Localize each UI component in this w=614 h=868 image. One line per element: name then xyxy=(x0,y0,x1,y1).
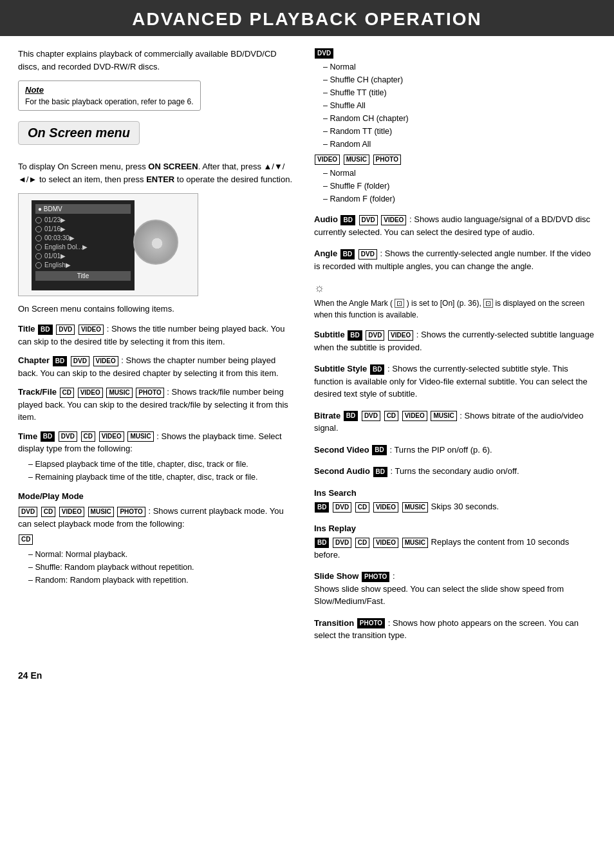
badge-dvd-chapter: DVD xyxy=(71,356,89,366)
badge-music-ins-search: MUSIC xyxy=(402,502,428,513)
vmp-sub-normal: Normal xyxy=(323,167,596,180)
right-column: DVD Normal Shuffle CH (chapter) Shuffle … xyxy=(308,48,596,651)
badge-dvd-time: DVD xyxy=(59,431,77,442)
item-mode: Mode/Play Mode DVD CD VIDEO MUSIC PHOTO … xyxy=(18,490,295,587)
badge-dvd-bitrate: DVD xyxy=(362,411,380,421)
slideshow-colon: : xyxy=(393,571,395,581)
second-audio-label: Second Audio xyxy=(314,466,373,476)
section-description: To display On Screen menu, press ON SCRE… xyxy=(18,160,295,185)
cd-sub-3: Random: Random playback with repetition. xyxy=(28,574,295,587)
onscreen-menu: ● BDMV 01/23▶ 01/16▶ 00:03:30▶ xyxy=(32,200,135,290)
badge-bd-subtitle: BD xyxy=(348,330,362,341)
note-symbol: ☼ xyxy=(314,281,596,295)
menu-row-angle: 01/01▶ xyxy=(35,252,131,259)
dvd-sub-randomch: Random CH (chapter) xyxy=(323,112,596,125)
vmp-sub-random: Random F (folder) xyxy=(323,193,596,205)
mode-heading: Mode/Play Mode xyxy=(18,490,295,503)
item-audio: Audio BD DVD VIDEO : Shows audio languag… xyxy=(314,213,596,238)
cd-sub-1: Normal: Normal playback. xyxy=(28,548,295,561)
note-box: Note For the basic playback operation, r… xyxy=(18,80,201,111)
slideshow-desc: Shows slide show speed. You can select t… xyxy=(314,584,564,607)
menu-row-chapter: 01/16▶ xyxy=(35,225,131,232)
chapter-icon xyxy=(35,226,42,232)
badge-cd-ins-replay: CD xyxy=(355,538,369,548)
page-header: ADVANCED PLAYBACK OPERATION xyxy=(0,0,614,36)
trackfile-label: Track/File xyxy=(18,387,59,397)
content-area: This chapter explains playback of commer… xyxy=(0,48,614,651)
vmp-sublist: Normal Shuffle F (folder) Random F (fold… xyxy=(314,167,596,205)
audio-desc: : Shows audio language/signal of a BD/DV… xyxy=(314,214,590,237)
chapter-label: Chapter xyxy=(18,355,52,365)
item-trackfile: Track/File CD VIDEO MUSIC PHOTO : Shows … xyxy=(18,386,295,424)
badge-bd-ins-search: BD xyxy=(315,502,329,513)
badge-photo-mode: PHOTO xyxy=(117,507,145,517)
time-icon xyxy=(35,235,42,241)
transition-label: Transition xyxy=(314,618,357,628)
dvd-mode-section: DVD Normal Shuffle CH (chapter) Shuffle … xyxy=(314,48,596,205)
angle-desc: : Shows the currently-selected angle num… xyxy=(314,249,591,271)
badge-bd-audio: BD xyxy=(340,215,355,225)
badge-dvd-ins-replay: DVD xyxy=(333,538,351,548)
badge-video-bitrate: VIDEO xyxy=(402,411,427,421)
badge-bd-ins-replay: BD xyxy=(315,538,329,548)
badge-cd-section: CD xyxy=(19,534,33,545)
subtitle-style-label: Subtitle Style xyxy=(314,364,369,373)
dvd-sublist: Normal Shuffle CH (chapter) Shuffle TT (… xyxy=(314,61,596,151)
badge-video-trackfile: VIDEO xyxy=(78,388,103,398)
item-ins-search: Ins Search BD DVD CD VIDEO MUSIC Skips 3… xyxy=(314,487,596,513)
disc-icon xyxy=(35,217,42,223)
item-slideshow: Slide Show PHOTO : Shows slide show spee… xyxy=(314,570,596,608)
item-subtitle-style: Subtitle Style BD : Shows the currently-… xyxy=(314,363,596,401)
menu-row-time: 00:03:30▶ xyxy=(35,234,131,241)
cd-sub-2: Shuffle: Random playback without repetit… xyxy=(28,561,295,574)
badge-music-ins-replay: MUSIC xyxy=(402,538,428,548)
badge-bd-title: BD xyxy=(38,325,52,335)
badge-cd-mode: CD xyxy=(41,507,55,517)
mode-badges-row: DVD CD VIDEO MUSIC PHOTO : Shows current… xyxy=(18,505,295,530)
ins-replay-heading: Ins Replay xyxy=(314,522,596,535)
item-bitrate: Bitrate BD DVD CD VIDEO MUSIC : Shows bi… xyxy=(314,410,596,435)
vmp-badge-row: VIDEO MUSIC PHOTO xyxy=(314,155,596,165)
note-title: Note xyxy=(25,85,194,95)
angle-note: ☼ When the Angle Mark ( ⊡ ) is set to [O… xyxy=(314,281,596,321)
badge-music-trackfile: MUSIC xyxy=(106,388,132,398)
badge-dvd-title: DVD xyxy=(56,325,75,335)
badge-bd-secondvideo: BD xyxy=(372,445,386,455)
onscreen-image: ● BDMV 01/23▶ 01/16▶ 00:03:30▶ xyxy=(18,193,198,296)
badge-dvd-ins-search: DVD xyxy=(333,502,351,513)
dvd-sub-shufflett: Shuffle TT (title) xyxy=(323,86,596,99)
dvd-sub-normal: Normal xyxy=(323,61,596,73)
badge-dvd-mode: DVD xyxy=(19,507,37,517)
intro-text: This chapter explains playback of commer… xyxy=(18,48,295,73)
page-footer: 24 En xyxy=(0,664,614,687)
dvd-badge-row: DVD xyxy=(314,48,596,59)
menu-row-disc: 01/23▶ xyxy=(35,216,131,223)
badge-dvd-angle: DVD xyxy=(358,249,377,259)
badge-photo-trackfile: PHOTO xyxy=(136,388,163,398)
subtitle-icon xyxy=(35,262,42,269)
badge-bd-time: BD xyxy=(41,431,55,442)
title-label: Title xyxy=(18,324,37,334)
item-subtitle: Subtitle BD DVD VIDEO : Shows the curren… xyxy=(314,328,596,354)
subtitle-label: Subtitle xyxy=(314,330,347,339)
badge-video-mode: VIDEO xyxy=(59,507,84,517)
dvd-sub-shufflech: Shuffle CH (chapter) xyxy=(323,73,596,86)
mode-desc: : Shows current playback mode. You can s… xyxy=(18,506,284,529)
badge-video-ins-replay: VIDEO xyxy=(373,538,398,548)
cd-sublist: Normal: Normal playback. Shuffle: Random… xyxy=(18,548,295,587)
dvd-sub-shuffleall: Shuffle All xyxy=(323,99,596,112)
ins-search-desc: Skips 30 seconds. xyxy=(431,502,499,511)
badge-music-bitrate: MUSIC xyxy=(431,411,456,421)
page: ADVANCED PLAYBACK OPERATION This chapter… xyxy=(0,0,614,868)
section-heading: On Screen menu xyxy=(18,121,140,145)
bdmv-label: ● BDMV xyxy=(38,205,62,212)
item-ins-replay: Ins Replay BD DVD CD VIDEO MUSIC Replays… xyxy=(314,522,596,561)
note-text: For the basic playback operation, refer … xyxy=(25,97,194,106)
second-audio-desc: : Turns the secondary audio on/off. xyxy=(391,466,519,476)
badge-photo-transition: PHOTO xyxy=(357,618,385,628)
item-time: Time BD DVD CD VIDEO MUSIC : Shows the p… xyxy=(18,430,295,484)
badge-video-vmp: VIDEO xyxy=(315,155,340,165)
bitrate-label: Bitrate xyxy=(314,411,343,420)
page-title: ADVANCED PLAYBACK OPERATION xyxy=(0,9,614,30)
cd-section: CD xyxy=(18,533,295,545)
